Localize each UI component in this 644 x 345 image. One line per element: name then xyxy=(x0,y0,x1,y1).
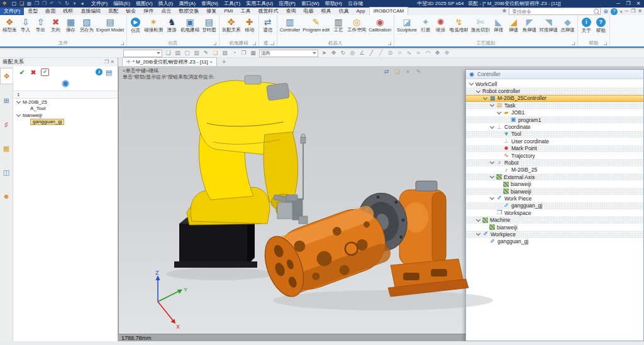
ribbon-button[interactable]: ✶碰撞检测 xyxy=(143,16,164,34)
dialog-launcher-icon[interactable] xyxy=(388,42,391,45)
ribbon-button[interactable]: ✄激光切割 xyxy=(470,16,491,34)
wave-icon[interactable]: ≈ xyxy=(415,50,422,57)
cancel-icon[interactable]: ✖ xyxy=(30,68,37,76)
side-tab-library[interactable]: ▦ xyxy=(1,141,12,156)
expand-caret-icon[interactable] xyxy=(16,99,21,104)
ribbon-tab[interactable]: 直接编辑 xyxy=(77,8,104,15)
dialog-launcher-icon[interactable] xyxy=(121,42,124,45)
ribbon-tab[interactable]: 线框 xyxy=(59,8,77,15)
tab-close-icon[interactable]: × xyxy=(210,59,213,65)
menu-item[interactable]: 视图(V) xyxy=(136,0,153,8)
ribbon-tab[interactable]: 文件(F) xyxy=(0,8,24,15)
new-tab-button[interactable]: + xyxy=(222,58,226,66)
clock-icon[interactable]: ◔ xyxy=(231,50,238,57)
menu-item[interactable]: 属性(A) xyxy=(179,0,196,8)
ribbon-tab[interactable]: 装配 xyxy=(104,8,122,15)
ribbon-tab[interactable]: PMI xyxy=(220,8,236,15)
ribbon-button[interactable]: ✦打磨 xyxy=(419,16,433,34)
caret-down-icon[interactable]: ▾ xyxy=(404,68,411,75)
ribbon-tab[interactable]: 点云 xyxy=(157,8,175,15)
ribbon-button[interactable]: ▥Controller xyxy=(279,16,301,34)
datum-icon[interactable]: ❏ xyxy=(165,50,172,57)
ribbon-tab[interactable]: 曲面 xyxy=(42,8,59,15)
caret-down-icon[interactable]: ▾ xyxy=(72,1,77,7)
dialog-launcher-icon[interactable] xyxy=(253,42,256,45)
apply-icon[interactable]: ✔ xyxy=(41,68,49,76)
move-tool-icon[interactable]: ✥ xyxy=(330,50,337,57)
folder3-icon[interactable]: ❏ xyxy=(394,68,401,75)
ribbon-tab[interactable]: IROBOTCAM xyxy=(369,7,408,15)
line2-icon[interactable]: ╱ xyxy=(377,50,384,57)
panel-restore-icon[interactable]: ❐ xyxy=(104,60,109,65)
ribbon-button[interactable]: ▶仿真 xyxy=(129,16,142,35)
ribbon-tab[interactable]: 钣金 xyxy=(122,8,140,15)
ribbon-button[interactable]: ⇩导入 xyxy=(19,16,33,34)
ribbon-button[interactable]: ⇄通信 xyxy=(261,16,275,34)
ribbon-button[interactable]: ◥对接焊缝 xyxy=(538,16,558,34)
dot-circle-icon[interactable]: ⊙ xyxy=(387,50,394,57)
doc-close-icon[interactable]: ✕ xyxy=(638,9,642,14)
close-icon[interactable]: ✕ xyxy=(635,1,641,6)
ribbon-tab[interactable]: 工具 xyxy=(236,8,254,15)
ribbon-button[interactable]: ✖关闭 xyxy=(49,16,63,34)
side-tab-visualize[interactable]: ◫ xyxy=(1,165,12,180)
ribbon-tab[interactable]: 数据交换 xyxy=(175,8,203,15)
doc-restore-icon[interactable]: ❐ xyxy=(631,9,635,14)
plane-icon[interactable]: ▤ xyxy=(174,50,181,57)
assembly-tree-row[interactable]: A_Tool xyxy=(13,106,118,112)
dialog-launcher-icon[interactable] xyxy=(213,42,216,45)
menu-item[interactable]: 查询(N) xyxy=(201,0,218,8)
open-icon[interactable]: ❏ xyxy=(19,1,25,7)
arc-icon[interactable]: ◠ xyxy=(425,50,431,57)
ribbon-button[interactable]: ▣机电建模 xyxy=(180,16,200,34)
hand-icon[interactable]: ✥ xyxy=(434,50,441,57)
ribbon-button[interactable]: ◆点焊缝 xyxy=(560,16,575,34)
side-tab-assembly-manager[interactable]: ✥ xyxy=(0,68,13,84)
command-searchbox[interactable] xyxy=(509,8,601,15)
settings-icon[interactable]: ✺ xyxy=(502,9,507,14)
print2-icon[interactable]: ❐ xyxy=(42,1,47,7)
ribbon-button[interactable]: ?帮助 xyxy=(594,16,608,35)
ribbon-button[interactable]: ▥工艺 xyxy=(331,16,345,34)
dialog-launcher-icon[interactable] xyxy=(604,42,607,45)
ribbon-button[interactable]: ❖模型库 xyxy=(2,16,18,34)
ribbon-button[interactable]: ◪Sculpture xyxy=(396,16,418,34)
ribbon-button[interactable]: ▦保存 xyxy=(64,16,78,34)
ribbon-tab[interactable]: App xyxy=(352,8,369,15)
ribbon-button[interactable]: ⇧导出 xyxy=(34,16,48,34)
menu-item[interactable]: 工具(T) xyxy=(224,0,240,8)
circle-icon[interactable]: ○ xyxy=(396,50,403,57)
ribbon-tab[interactable]: 电极 xyxy=(299,8,317,15)
menu-item[interactable]: 云存储 xyxy=(348,0,363,8)
menu-item[interactable]: 文件(F) xyxy=(91,0,108,8)
ribbon-tab[interactable]: 视觉样式 xyxy=(254,8,282,15)
menu-item[interactable]: 编辑(E) xyxy=(113,0,130,8)
ribbon-tab[interactable]: 仿真 xyxy=(335,8,352,15)
line-icon[interactable]: ╱ xyxy=(368,50,375,57)
ribbon-button[interactable]: ▧另存为 xyxy=(79,16,95,34)
caret-down-icon[interactable]: ▾ xyxy=(620,9,623,14)
ribbon-button[interactable]: ♞漫游 xyxy=(165,16,179,34)
ribbon-button[interactable]: ✎Program edit xyxy=(302,16,330,34)
menu-item[interactable]: 应用(P) xyxy=(279,0,296,8)
ribbon-tab[interactable]: 焊件 xyxy=(140,8,157,15)
view-combo[interactable] xyxy=(123,50,162,57)
ribbon-button[interactable]: ◎工作空间 xyxy=(347,16,367,34)
prev-icon[interactable]: ◂ xyxy=(79,1,85,7)
ribbon-tab[interactable]: 修复 xyxy=(203,8,220,15)
assembly-tree-row[interactable]: M-20iB_25 xyxy=(13,99,118,106)
ribbon-button[interactable]: ▤甘特图 xyxy=(201,16,217,34)
stack-icon[interactable]: ▥ xyxy=(193,50,200,57)
ribbon-button[interactable]: ✥装配关系 xyxy=(221,16,242,34)
undo-icon[interactable]: ↶ xyxy=(49,1,55,7)
ribbon-tab[interactable]: 查询 xyxy=(282,8,299,15)
ribbon-tab[interactable]: 造型 xyxy=(24,8,42,15)
side-tab-hierarchy[interactable]: ♯ xyxy=(1,117,12,132)
spline-icon[interactable]: ∿ xyxy=(406,50,413,57)
ribbon-button[interactable]: ◉Calibration xyxy=(368,16,392,34)
info-icon[interactable]: i xyxy=(96,68,103,75)
list-icon[interactable]: ▤ xyxy=(105,68,113,76)
rotate-icon[interactable]: ↻ xyxy=(340,50,347,57)
ribbon-button[interactable]: ▤Export Model xyxy=(96,16,125,34)
menu-item[interactable]: 插入(I) xyxy=(158,0,174,8)
